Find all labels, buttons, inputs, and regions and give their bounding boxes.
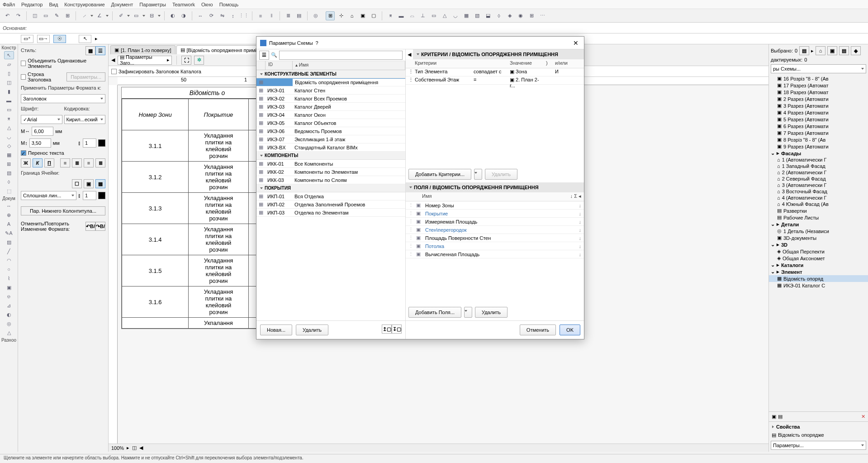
border-none-icon[interactable]: ☐ [72,179,82,188]
line-tool-icon[interactable]: ╱ [4,247,14,255]
font-dropdown[interactable]: ✓Arial [21,115,62,124]
object-tool-icon[interactable]: ⬚ [4,187,14,195]
scheme-name-input[interactable] [293,79,405,86]
tree-item[interactable]: ⌂4 (Автоматически Г [769,195,868,201]
cut-icon[interactable]: ◫ [30,11,39,20]
close-icon[interactable]: ✕ [571,39,580,47]
category-row[interactable]: КОМПОНЕНТЫ [256,152,405,160]
zoom-value[interactable]: 100% [111,445,124,451]
angle-icon[interactable]: ∠ [95,11,104,20]
misc-icon[interactable]: ⋯ [538,11,547,20]
header-row-checkbox[interactable] [21,74,26,80]
slab-icon[interactable]: ▭ [429,11,438,20]
chevron-right-icon[interactable]: ▸ [95,36,98,42]
home-icon[interactable]: ⌂ [347,11,356,20]
fix-header-checkbox[interactable] [111,69,117,74]
suspend-icon[interactable]: ◐ [168,11,177,20]
add-fields-menu[interactable] [464,307,472,318]
tree-folder[interactable]: ⌄▸Элемент [769,268,868,275]
nav-x-icon[interactable]: ✕ [861,414,865,420]
menu-help[interactable]: Помощь [219,2,239,7]
col-name[interactable]: ▴ Имя [293,61,405,70]
category-row[interactable]: ПОКРЫТИЯ [256,184,405,192]
tab-plan[interactable]: ▣[1. План 1-го поверху] [110,45,175,54]
mirror-icon[interactable]: ⇋ [218,11,227,20]
dist-icon[interactable]: ⫴ [267,11,276,20]
stairs-icon[interactable]: ⌆ [386,11,395,20]
door-tool-icon[interactable]: ▯ [4,69,14,77]
obj-icon[interactable]: ◈ [505,11,514,20]
shell-tool-icon[interactable]: ◡ [4,133,14,141]
tree-item[interactable]: ◈Общая Перспекти [769,248,868,255]
align-just-icon[interactable]: ≣ [95,158,105,167]
beam-icon[interactable]: ▬ [397,11,406,20]
cw-icon[interactable]: ⬓ [484,11,493,20]
slab-tool-icon[interactable]: ▭ [4,105,14,114]
circle-tool-icon[interactable]: ○ [4,265,14,273]
export-icon[interactable]: ↧▢ [392,325,402,334]
scheme-row[interactable]: ▦ИКЭ-01Каталог Стен [256,86,405,95]
menu-window[interactable]: Окно [201,2,213,7]
arc-tool-icon[interactable]: ◠ [4,256,14,264]
grid-snap-icon[interactable]: ⊞ [326,11,335,20]
size-width-input[interactable] [32,127,53,136]
rect-icon[interactable]: ▭ [132,11,141,20]
back-icon[interactable]: ◀ [111,57,115,63]
border-outer-icon[interactable]: ▣ [84,179,94,188]
section-tool-icon[interactable]: ⎊ [4,292,14,301]
wall-tool-icon[interactable]: ▱ [4,60,14,68]
size-height-input[interactable] [29,138,51,148]
sel-mode-2[interactable]: ▭→ [37,35,50,43]
scheme-row[interactable]: ▦ИКК-01Все Компоненты [256,160,405,168]
scheme-row[interactable]: ▦ИКК-02Компоненты по Элементам [256,168,405,176]
elevation-tool-icon[interactable]: ⊿ [4,301,14,310]
tree-item[interactable]: ▣9 Разрез (Автомати [769,143,868,150]
fit-icon[interactable]: ⛶ [181,56,191,65]
tree-item[interactable]: ⌂1 (Автоматически Г [769,157,868,163]
border-all-icon[interactable]: ▦ [95,179,105,188]
roof-icon[interactable]: △ [440,11,449,20]
morph-icon[interactable]: ◊ [494,11,503,20]
tracker-icon[interactable]: ◎ [311,11,320,20]
tree-item[interactable]: ▣8 Розріз "8 - 8" (Ав [769,136,868,143]
tree-item[interactable]: ▤Рабочие Листы [769,214,868,221]
level-tool-icon[interactable]: ⊕ [4,211,14,219]
zoom-in-icon[interactable]: ◀ [139,445,143,451]
rotate-icon[interactable]: ⟳ [207,11,216,20]
tree-folder[interactable]: ⌄▸Детали [769,221,868,228]
tree-item[interactable]: ▣5 Разрез (Автомати [769,116,868,123]
scheme-row[interactable]: ▦ИКЭ-02Каталог Всех Проемов [256,95,405,103]
tree-item[interactable]: ◈Общая Аксономет [769,255,868,262]
scheme-row[interactable]: ▦ИКП-01Вся Отделка [256,192,405,200]
sel-mode-3[interactable]: ☉ [53,35,66,43]
field-row[interactable]: ⋮▣Площадь Поверхности Стен↓ [406,234,584,242]
tree-item[interactable]: ▣18 Разрез (Автомат [769,89,868,95]
measure-icon[interactable]: ⟋ [80,11,89,20]
shell-icon[interactable]: ◡ [451,11,460,20]
ok-button[interactable]: OK [560,325,580,335]
encoding-dropdown[interactable]: Кирил...еский [64,115,106,124]
menu-view[interactable]: Вид [49,2,58,7]
pen-color-swatch[interactable] [98,139,105,147]
trace-icon[interactable]: ◑ [179,11,188,20]
tree-item[interactable]: ▣16 Розріз "8 - 8" (Ав [769,75,868,82]
text-tool-icon[interactable]: A [4,220,14,228]
line-color-swatch[interactable] [98,192,105,199]
box-icon[interactable]: ▢ [369,11,378,20]
tree-folder[interactable]: ⌄▸Фасады [769,150,868,157]
field-row[interactable]: ⋮▣Потолка↓ [406,242,584,250]
zoom-out-icon[interactable]: ▸ [127,445,129,451]
tree-item[interactable]: ◎1 Деталь (Независи [769,228,868,234]
arrow-tool-icon[interactable]: ↖ [4,51,14,59]
nav-book-icon[interactable]: ▤ [839,46,849,55]
tree-item[interactable]: ▣7 Разрез (Автомати [769,129,868,136]
brush-icon[interactable]: ✐ [116,11,125,20]
scheme-dropdown[interactable]: ры Схемы... [771,64,866,73]
tree-item[interactable]: ⌂3 (Автоматически Г [769,182,868,188]
merge-checkbox[interactable] [21,61,26,66]
align-center-icon[interactable]: ≣ [72,158,82,167]
drawing-tool-icon[interactable]: ▣ [4,283,14,291]
scheme-param-dropdown[interactable]: ▤ Параметры Заго...▸ [118,56,172,65]
tree-item[interactable]: ⌂1 Западный Фасад [769,163,868,169]
line-dropdown[interactable]: Сплошная лин... [21,191,76,200]
